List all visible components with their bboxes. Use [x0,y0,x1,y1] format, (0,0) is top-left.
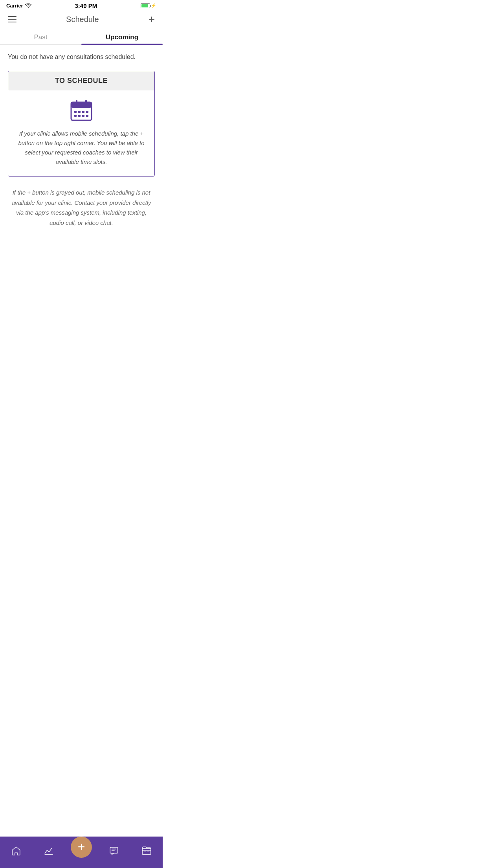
svg-rect-10 [82,115,84,117]
svg-rect-8 [74,115,77,117]
svg-rect-2 [76,100,77,105]
hamburger-line-1 [8,16,17,17]
hamburger-line-3 [8,22,17,22]
status-left: Carrier [6,3,31,9]
battery-fill [141,4,148,7]
status-right: ⚡ [141,3,156,8]
tab-past[interactable]: Past [0,29,81,44]
schedule-card-header: TO SCHEDULE [8,71,154,90]
calendar-icon-wrap [18,98,145,123]
secondary-instruction-text: If the + button is grayed out, mobile sc… [8,188,155,228]
tab-upcoming[interactable]: Upcoming [81,29,163,44]
battery-icon [141,4,150,8]
svg-rect-1 [71,102,92,108]
schedule-card: TO SCHEDULE [8,71,155,177]
bolt-icon: ⚡ [151,3,156,8]
no-consultations-text: You do not have any consultations schedu… [8,53,155,61]
tab-bar: Past Upcoming [0,29,163,45]
status-bar: Carrier 3:49 PM ⚡ [0,0,163,11]
schedule-card-body: If your clinic allows mobile scheduling,… [8,90,154,176]
app-header: Schedule + [0,11,163,29]
hamburger-menu[interactable] [8,16,17,22]
schedule-card-description: If your clinic allows mobile scheduling,… [18,129,145,167]
carrier-label: Carrier [6,3,23,9]
main-content: You do not have any consultations schedu… [0,45,163,267]
svg-rect-6 [82,111,84,113]
svg-rect-11 [86,115,88,117]
battery-container: ⚡ [141,3,156,8]
svg-rect-4 [74,111,77,113]
svg-rect-5 [78,111,81,113]
status-time: 3:49 PM [75,2,97,9]
svg-rect-7 [86,111,88,113]
wifi-icon [25,4,31,8]
add-schedule-button[interactable]: + [149,14,155,25]
calendar-icon [70,98,93,122]
page-title: Schedule [66,15,99,24]
svg-rect-9 [78,115,81,117]
schedule-card-title: TO SCHEDULE [55,77,108,85]
hamburger-line-2 [8,19,17,20]
svg-rect-3 [85,100,87,105]
